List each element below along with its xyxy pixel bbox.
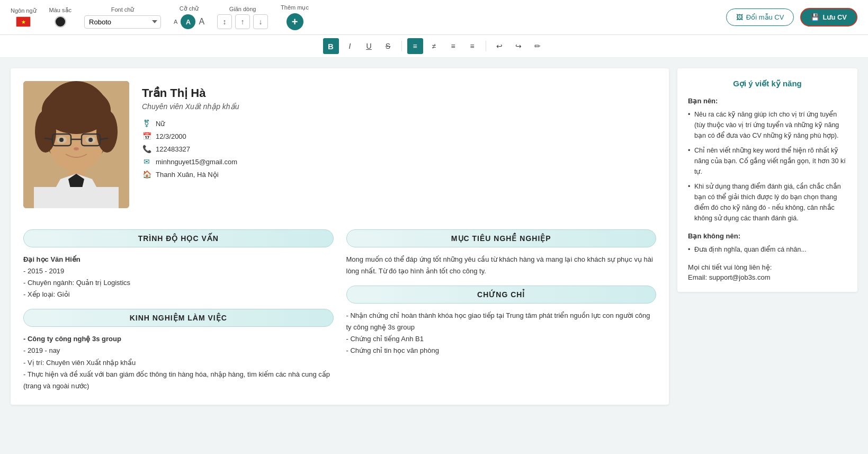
color-group: Màu sắc — [49, 7, 71, 28]
cv-header: Trần Thị Hà Chuyên viên Xuất nhập khẩu ⚧… — [23, 81, 656, 208]
svg-point-4 — [35, 110, 56, 153]
should-not-label: Bạn không nên: — [688, 232, 847, 240]
language-group: Ngôn ngữ — [11, 7, 37, 27]
career-title: MỤC TIÊU NGHỀ NGHIỆP — [346, 229, 657, 247]
cv-address: 🏠 Thanh Xuân, Hà Nội — [142, 170, 656, 179]
cv-phone: 📞 122483327 — [142, 145, 656, 153]
cv-photo — [23, 81, 129, 208]
should-not-item-1: Đưa định nghĩa, quan điểm cá nhân... — [688, 244, 847, 255]
font-size-large-icon[interactable]: A — [199, 17, 204, 26]
cv-right: MỤC TIÊU NGHỀ NGHIỆP Mong muốn có thể đá… — [346, 221, 657, 392]
doi-mau-icon: 🖼 — [736, 13, 743, 21]
font-size-group: Cỡ chữ A A A — [174, 5, 204, 29]
doi-mau-label: Đổi mẫu CV — [746, 13, 784, 21]
font-size-label: Cỡ chữ — [180, 5, 199, 12]
italic-button[interactable]: I — [342, 38, 358, 54]
tip-contact: Mọi chi tiết vui lòng liên hệ: Email: su… — [688, 263, 847, 281]
gender-icon: ⚧ — [142, 119, 151, 128]
format-divider-2 — [486, 41, 486, 51]
clear-format-button[interactable]: ✏ — [530, 38, 545, 54]
toolbar-format: B I U S ≡ ≠ ≡ ≡ ↩ ↪ ✏ — [0, 35, 868, 58]
main-content: Trần Thị Hà Chuyên viên Xuất nhập khẩu ⚧… — [0, 58, 868, 415]
toolbar-row1: Ngôn ngữ Màu sắc Font chữ Roboto Arial T… — [0, 0, 868, 35]
cv-job-title: Chuyên viên Xuất nhập khẩu — [142, 102, 656, 111]
cv-info: Trần Thị Hà Chuyên viên Xuất nhập khẩu ⚧… — [142, 81, 656, 208]
align-right-button[interactable]: ≡ — [445, 38, 461, 54]
align-left-button[interactable]: ≡ — [407, 38, 423, 54]
education-major: - Chuyên ngành: Quản trị Logistics — [23, 277, 334, 289]
should-item-3: Khi sử dụng thang điểm đánh giá, cần chắ… — [688, 181, 847, 224]
cv-dob: 📅 12/3/2000 — [142, 132, 656, 140]
cert-title: CHỨNG CHỈ — [346, 286, 657, 304]
work-duties: - Thực hiện và đề xuất với ban giám đốc … — [23, 369, 334, 392]
color-picker[interactable] — [55, 16, 66, 28]
work-position: - Vị trí: Chuyên viên Xuất nhập khẩu — [23, 357, 334, 369]
toolbar-actions: 🖼 Đổi mẫu CV 💾 Lưu CV — [726, 8, 857, 26]
cv-name: Trần Thị Hà — [142, 86, 656, 100]
tip-title: Gợi ý viết kỹ năng — [688, 79, 847, 88]
calendar-icon: 📅 — [142, 132, 151, 140]
font-label: Font chữ — [111, 6, 135, 13]
font-group: Font chữ Roboto Arial Times New Roman — [84, 6, 161, 29]
cv-dob-value: 12/3/2000 — [156, 132, 186, 140]
align-justify-button[interactable]: ≡ — [464, 38, 480, 54]
add-section-group: Thêm mục + — [281, 4, 309, 30]
line-spacing-up-btn[interactable]: ↑ — [235, 14, 250, 29]
language-flag[interactable] — [16, 16, 31, 27]
undo-button[interactable]: ↩ — [491, 38, 507, 54]
career-text: Mong muốn có thể đáp ứng tốt những yêu c… — [346, 254, 657, 277]
phone-icon: 📞 — [142, 145, 151, 153]
should-list: Nêu ra các kỹ năng giúp ích cho vị trí ứ… — [688, 109, 847, 224]
contact-label: Mọi chi tiết vui lòng liên hệ: — [688, 263, 847, 271]
svg-point-18 — [88, 138, 93, 142]
font-size-small-icon[interactable]: A — [174, 19, 177, 25]
should-item-2: Chỉ nên viết những key word thể hiện rõ … — [688, 145, 847, 177]
cert-3: - Chứng chỉ tin học văn phòng — [346, 345, 657, 357]
cv-left: TRÌNH ĐỘ HỌC VẤN Đại học Văn Hiến - 2015… — [23, 221, 334, 392]
cv-gender: ⚧ Nữ — [142, 119, 656, 128]
line-spacing-icon: ↕ — [217, 14, 232, 29]
align-center-button[interactable]: ≠ — [426, 38, 442, 54]
line-spacing-controls: ↕ ↑ ↓ — [217, 14, 268, 29]
luu-cv-label: Lưu CV — [822, 13, 847, 21]
add-section-label: Thêm mục — [281, 4, 309, 11]
font-size-medium-btn[interactable]: A — [181, 14, 195, 29]
email-icon: ✉ — [142, 157, 151, 166]
strikethrough-button[interactable]: S — [380, 38, 396, 54]
cv-email: ✉ minhnguyet15@gmail.com — [142, 157, 656, 166]
education-year: - 2015 - 2019 — [23, 265, 334, 277]
font-size-controls: A A A — [174, 14, 204, 29]
underline-button[interactable]: U — [361, 38, 377, 54]
education-school: Đại học Văn Hiến — [23, 254, 334, 265]
should-label: Bạn nên: — [688, 97, 847, 105]
add-section-btn[interactable]: + — [287, 13, 303, 30]
tip-panel: Gợi ý viết kỹ năng Bạn nên: Nêu ra các k… — [677, 68, 857, 292]
address-icon: 🏠 — [142, 170, 151, 179]
cv-gender-value: Nữ — [156, 120, 165, 128]
cert-1: - Nhận chứng chỉ hoàn thành khóa học gia… — [346, 310, 657, 333]
education-rank: - Xếp loại: Giỏi — [23, 289, 334, 300]
cv-phone-value: 122483327 — [156, 145, 190, 153]
career-content: Mong muốn có thể đáp ứng tốt những yêu c… — [346, 254, 657, 277]
work-title: KINH NGHIỆM LÀM VIỆC — [23, 309, 334, 327]
luu-cv-icon: 💾 — [811, 13, 819, 21]
format-divider — [401, 41, 402, 51]
luu-cv-button[interactable]: 💾 Lưu CV — [800, 8, 857, 26]
line-spacing-label: Giãn dòng — [229, 6, 256, 12]
cv-panel: Trần Thị Hà Chuyên viên Xuất nhập khẩu ⚧… — [11, 68, 669, 405]
svg-rect-9 — [34, 187, 119, 208]
should-not-list: Đưa định nghĩa, quan điểm cá nhân... — [688, 244, 847, 255]
bold-button[interactable]: B — [323, 38, 339, 54]
svg-point-17 — [59, 138, 64, 142]
svg-point-5 — [96, 110, 118, 153]
cv-address-value: Thanh Xuân, Hà Nội — [156, 171, 219, 179]
line-spacing-down-btn[interactable]: ↓ — [253, 14, 268, 29]
photo-placeholder — [23, 81, 129, 208]
contact-email: Email: support@job3s.com — [688, 273, 847, 281]
doi-mau-button[interactable]: 🖼 Đổi mẫu CV — [726, 8, 794, 26]
redo-button[interactable]: ↪ — [511, 38, 526, 54]
education-title: TRÌNH ĐỘ HỌC VẤN — [23, 229, 334, 247]
work-period: - 2019 - nay — [23, 345, 334, 357]
education-content: Đại học Văn Hiến - 2015 - 2019 - Chuyên … — [23, 254, 334, 300]
font-select[interactable]: Roboto Arial Times New Roman — [84, 15, 161, 29]
